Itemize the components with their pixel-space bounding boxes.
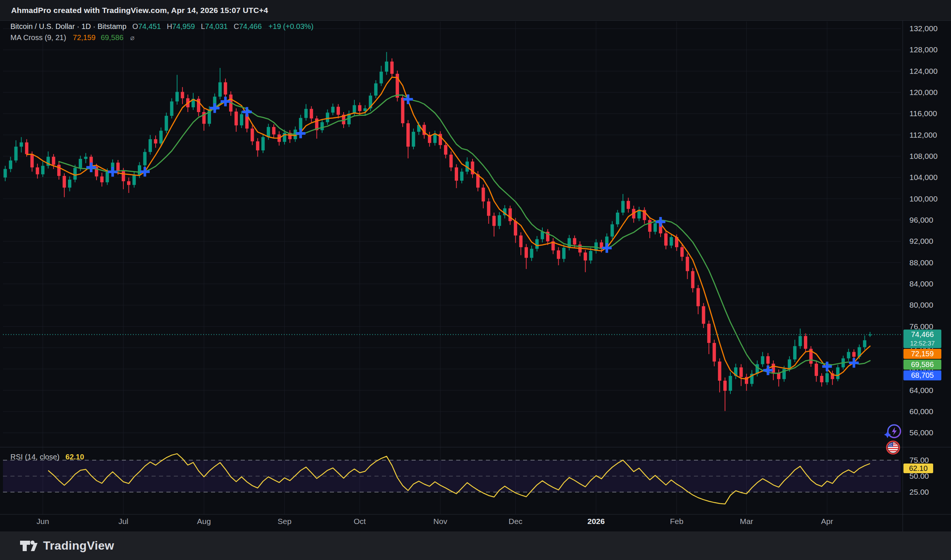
candle-up <box>299 118 303 130</box>
candle-down <box>100 176 103 182</box>
indicator-mute-icon[interactable]: ⌀ <box>130 34 134 42</box>
candle-up <box>165 116 168 131</box>
candle-up <box>562 248 565 258</box>
candle-up <box>535 239 539 249</box>
candle-up <box>589 251 593 260</box>
ma-cross-marker <box>656 217 665 227</box>
candle-up <box>498 215 501 226</box>
candle-down <box>696 288 700 306</box>
ma-cross-marker <box>86 163 96 172</box>
price-axis-label: 120,000 <box>909 88 938 97</box>
candle-down <box>181 92 184 98</box>
candle-down <box>713 343 716 362</box>
candle-up <box>460 172 464 181</box>
candles <box>4 52 872 411</box>
candlestick-chart[interactable]: 132,000128,000124,000120,000116,000112,0… <box>0 0 951 560</box>
candle-down <box>557 251 560 259</box>
candle-down <box>57 165 60 176</box>
candle-down <box>648 220 651 232</box>
candle-up <box>14 146 17 160</box>
candle-down <box>487 202 490 216</box>
change-value: +19 (+0.03%) <box>269 22 313 31</box>
candle-down <box>739 368 743 377</box>
open-value: 74,451 <box>138 22 161 31</box>
candle-down <box>444 145 447 155</box>
candle-down <box>691 271 694 288</box>
candle-down <box>391 62 394 74</box>
candle-up <box>799 336 802 346</box>
ma-slow-line <box>59 95 871 373</box>
candle-up <box>79 159 82 168</box>
price-axis-label: 88,000 <box>909 258 933 267</box>
candle-up <box>541 232 544 239</box>
low-label: L <box>201 22 205 31</box>
candle-down <box>36 168 39 174</box>
candle-up <box>20 143 23 146</box>
candle-up <box>170 101 173 116</box>
candle-up <box>331 107 335 113</box>
candle-up <box>218 82 222 97</box>
candle-up <box>863 340 866 347</box>
candle-up <box>610 224 614 236</box>
candle-down <box>702 306 705 324</box>
candle-up <box>530 249 533 258</box>
rsi-axis[interactable]: 75.0050.0025.00 <box>909 456 929 496</box>
candle-up <box>261 137 265 150</box>
candle-down <box>272 127 276 134</box>
price-axis-label: 124,000 <box>909 67 938 75</box>
time-axis-label: Nov <box>434 517 448 526</box>
price-axis-label: 84,000 <box>909 280 933 288</box>
candle-down <box>116 163 120 171</box>
ma-cross-marker <box>296 129 306 138</box>
price-axis-label: 108,000 <box>909 152 938 160</box>
price-axis-label: 56,000 <box>909 428 933 437</box>
time-axis-label: Jul <box>119 517 128 526</box>
candle-down <box>256 142 259 150</box>
time-axis[interactable]: JunJulAugSepOctNovDec2026FebMarApr <box>36 517 833 526</box>
price-axis-label: 60,000 <box>909 407 933 415</box>
candle-down <box>251 128 254 141</box>
candle-down <box>627 201 630 209</box>
candle-down <box>154 139 157 143</box>
candle-up <box>143 152 147 166</box>
candle-up <box>621 201 624 213</box>
candle-up <box>670 237 673 246</box>
candle-down <box>122 171 125 181</box>
price-axis-label: 104,000 <box>909 173 938 182</box>
price-axis-label: 128,000 <box>909 45 938 54</box>
low-value: 74,031 <box>205 22 228 31</box>
rsi-value-badge: 62.10 <box>903 463 933 473</box>
candle-down <box>401 98 404 123</box>
candle-up <box>267 127 270 137</box>
ma-cross-label: MA Cross (9, 21) <box>11 34 66 42</box>
close-value: 74,466 <box>239 22 261 31</box>
high-value: 74,959 <box>172 22 195 31</box>
badge-value: 72,159 <box>903 349 941 359</box>
candle-down <box>519 235 523 248</box>
ma-cross-marker <box>140 167 150 177</box>
candle-down <box>815 364 818 376</box>
candle-down <box>584 252 587 260</box>
tradingview-logo[interactable]: TradingView <box>19 538 114 554</box>
badge-countdown: 12:52:37 <box>903 340 941 347</box>
candle-up <box>240 114 243 125</box>
candle-up <box>847 352 850 358</box>
candle-up <box>433 134 437 143</box>
candle-up <box>412 132 415 146</box>
badge-value: 74,466 <box>903 329 941 340</box>
candle-down <box>664 234 668 246</box>
candle-down <box>482 188 485 202</box>
brand-text: TradingView <box>43 539 114 552</box>
candle-down <box>310 109 313 118</box>
candle-down <box>406 123 410 146</box>
us-flag-event-icon[interactable] <box>886 440 900 457</box>
candle-down <box>455 168 458 181</box>
tradingview-logo-icon <box>19 538 38 554</box>
candle-down <box>525 247 528 258</box>
candle-down <box>127 181 130 185</box>
high-label: H <box>167 22 172 31</box>
candle-down <box>52 157 56 165</box>
price-axis-label: 116,000 <box>909 109 937 118</box>
ma-cross-marker <box>602 243 612 253</box>
time-axis-label: Mar <box>739 517 753 526</box>
